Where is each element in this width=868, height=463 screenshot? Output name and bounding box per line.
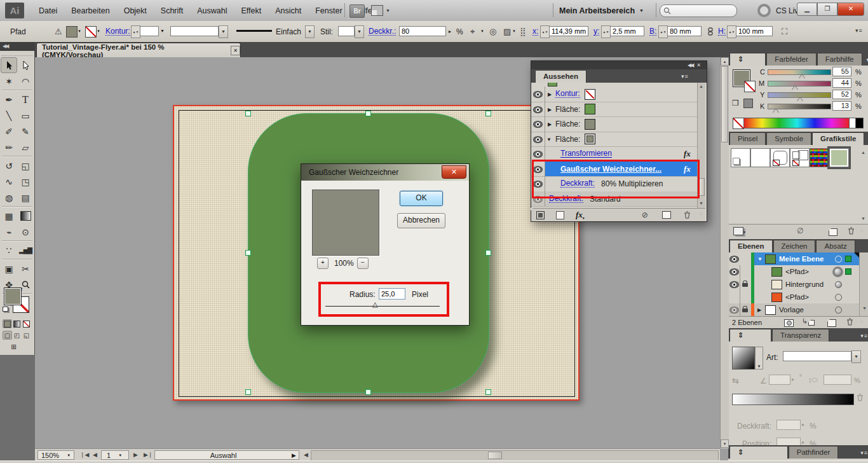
close-button[interactable]: ✕ xyxy=(837,3,864,16)
shape-builder-tool[interactable]: ◍ xyxy=(1,190,17,205)
height-field[interactable] xyxy=(736,26,773,36)
eraser-tool[interactable]: ▱ xyxy=(17,139,34,155)
lock-cell[interactable] xyxy=(740,252,752,265)
chevron-down-icon[interactable]: ▼ xyxy=(851,350,861,363)
layer-name[interactable]: <Pfad> xyxy=(785,268,809,275)
black-slider-thumb[interactable] xyxy=(773,109,779,113)
collapse-expanded-icon[interactable]: ▼ xyxy=(757,256,763,262)
menu-objekt[interactable]: Objekt xyxy=(117,6,154,15)
out-of-gamut-cube-icon[interactable]: ❒ xyxy=(732,99,739,107)
menu-bearbeiten[interactable]: Bearbeiten xyxy=(64,6,116,15)
layer-thumbnail[interactable] xyxy=(771,267,782,277)
selection-handle[interactable] xyxy=(485,111,491,116)
slice-tool[interactable]: ✂ xyxy=(17,261,34,277)
gradient-presets-dropdown[interactable]: ▼ xyxy=(755,347,763,370)
duplicate-item-icon[interactable] xyxy=(662,211,671,219)
stroke-proxy-swatch[interactable] xyxy=(744,81,756,92)
stroke-row-label[interactable]: Kontur: xyxy=(555,90,580,98)
draw-inside-button[interactable]: ◱ xyxy=(22,331,31,340)
y-field[interactable] xyxy=(610,26,644,36)
new-art-basic-appearance-icon[interactable] xyxy=(536,211,545,219)
layer-row-pfad-orange[interactable]: <Pfad> xyxy=(728,291,859,304)
dialog-close-button[interactable]: ✕ xyxy=(442,165,466,179)
tab-farbfelder[interactable]: Farbfelder xyxy=(766,53,816,66)
tab-farbe[interactable]: ⇕ Farbe xyxy=(729,53,766,66)
chevron-down-icon[interactable]: ▼ xyxy=(97,29,100,33)
gradient-type-field[interactable] xyxy=(783,351,851,361)
chevron-down-icon[interactable]: ▼ xyxy=(219,25,228,38)
chevron-down-icon[interactable]: ▼ xyxy=(78,29,81,33)
color-spectrum-bar[interactable] xyxy=(743,118,850,128)
spinner-right-icon[interactable]: ▸ xyxy=(792,377,794,382)
type-tool[interactable]: T xyxy=(17,92,34,107)
vertical-scrollbar[interactable]: ▲ ▼ xyxy=(720,57,729,448)
select-similar-icon[interactable]: ⌖ xyxy=(470,27,475,37)
free-transform-tool[interactable]: ◳ xyxy=(17,174,34,190)
fill-green-swatch[interactable] xyxy=(585,104,595,114)
y-stepper[interactable]: ▲▼ xyxy=(601,25,611,38)
layer-name[interactable]: Meine Ebene xyxy=(779,255,824,263)
chevron-down-icon[interactable]: ▼ xyxy=(305,25,315,38)
draw-normal-button[interactable]: ▢ xyxy=(3,331,12,340)
opacity-link[interactable]: Deckkr.: xyxy=(369,27,396,36)
radius-input[interactable] xyxy=(379,288,405,300)
visibility-eye-icon[interactable] xyxy=(533,91,543,98)
line-segment-tool[interactable]: ╲ xyxy=(1,107,17,123)
tab-grafikstile[interactable]: Grafikstile xyxy=(812,132,864,145)
stroke-weight-field[interactable] xyxy=(140,26,159,36)
chevron-down-icon[interactable]: ▼ xyxy=(512,29,516,33)
magenta-slider[interactable] xyxy=(768,81,831,86)
width-field[interactable] xyxy=(667,26,702,36)
height-label[interactable]: H: xyxy=(718,27,726,36)
panel-drag-handle[interactable] xyxy=(2,52,32,56)
none-mode-button[interactable] xyxy=(22,319,31,328)
lasso-tool[interactable]: ◠ xyxy=(17,73,34,89)
color-mode-button[interactable] xyxy=(3,319,12,328)
transform-icon[interactable]: ⛶ xyxy=(782,27,787,37)
layer-row-hintergrund[interactable]: Hintergrund xyxy=(728,278,859,291)
make-clipping-mask-icon[interactable] xyxy=(784,319,794,327)
black-swatch[interactable] xyxy=(855,118,864,128)
style-default[interactable] xyxy=(731,148,750,167)
tab-pathfinder[interactable]: Pathfinder xyxy=(789,446,838,459)
tab-farbhilfe[interactable]: Farbhilfe xyxy=(817,53,862,66)
scale-tool[interactable]: ◱ xyxy=(17,158,34,174)
stroke-weight-link[interactable]: Kontur: xyxy=(105,27,130,36)
clear-appearance-icon[interactable] xyxy=(556,211,564,219)
fill-gray-swatch-selected[interactable] xyxy=(585,134,595,144)
visibility-eye-icon[interactable] xyxy=(533,106,543,113)
style-sage-selected[interactable] xyxy=(829,148,849,167)
workspace-switcher[interactable]: Mein Arbeitsbereich ▼ xyxy=(559,0,644,21)
scroll-up-icon[interactable]: ▲ xyxy=(861,150,865,155)
visibility-cell-empty[interactable] xyxy=(728,291,740,303)
fill-color-control[interactable] xyxy=(4,287,22,305)
radius-slider-thumb[interactable]: △ xyxy=(372,300,377,308)
selection-tool[interactable] xyxy=(1,57,17,73)
layers-scrollbar[interactable]: ▼ xyxy=(859,252,868,316)
tab-verlauf[interactable]: ⇕ Verlauf xyxy=(729,329,771,342)
radius-slider-track[interactable] xyxy=(325,306,440,307)
collapse-expanded-icon[interactable]: ▼ xyxy=(546,137,552,142)
arrange-documents-button[interactable]: ▼ xyxy=(371,4,393,17)
zoom-out-button[interactable]: − xyxy=(357,258,369,269)
resize-grip[interactable]: ∴ xyxy=(700,212,705,218)
panel-menu-icon[interactable]: ▾≡ xyxy=(855,27,863,34)
menu-fenster[interactable]: Fenster xyxy=(308,6,349,15)
new-sublayer-icon[interactable]: ↳ xyxy=(802,317,808,326)
tools-collapse-bar[interactable]: ◀◀ xyxy=(0,42,35,51)
visibility-eye-icon[interactable] xyxy=(729,268,739,275)
previous-artboard-icon[interactable]: ◀ xyxy=(91,452,99,458)
scroll-down-icon[interactable]: ▼ xyxy=(862,306,867,310)
restore-button[interactable]: ❐ xyxy=(817,3,837,16)
collapse-panel-icon[interactable]: ◀◀ xyxy=(688,62,693,68)
layer-thumbnail[interactable] xyxy=(765,305,776,315)
lock-icon[interactable] xyxy=(742,283,748,287)
horizontal-scrollbar[interactable] xyxy=(311,450,719,461)
zoom-level-select[interactable]: 150% ▼ xyxy=(37,450,74,460)
document-tab[interactable]: Tutorial_Vintage-Flyer.ai* bei 150 % (CM… xyxy=(36,43,241,58)
lock-cell[interactable] xyxy=(740,265,752,278)
new-layer-icon[interactable] xyxy=(827,319,836,327)
yellow-value[interactable]: 52 xyxy=(832,90,851,99)
visibility-eye-icon[interactable] xyxy=(729,281,739,288)
trash-icon[interactable] xyxy=(848,227,855,235)
